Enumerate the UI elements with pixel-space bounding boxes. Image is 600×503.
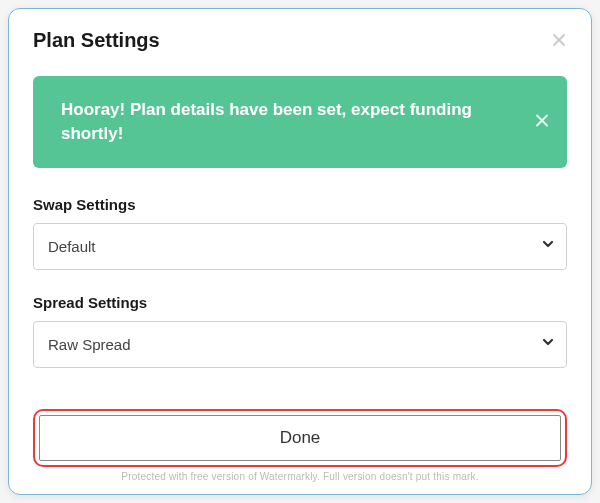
spread-settings-select-wrapper: Raw Spread (33, 321, 567, 368)
close-icon[interactable] (551, 31, 567, 51)
success-alert: Hooray! Plan details have been set, expe… (33, 76, 567, 168)
plan-settings-modal: Plan Settings Hooray! Plan details have … (8, 8, 592, 495)
swap-settings-label: Swap Settings (33, 196, 567, 213)
spread-settings-field: Spread Settings Raw Spread (33, 294, 567, 368)
modal-title: Plan Settings (33, 29, 160, 52)
swap-settings-select[interactable]: Default (33, 223, 567, 270)
modal-header: Plan Settings (33, 29, 567, 52)
swap-settings-select-wrapper: Default (33, 223, 567, 270)
spread-settings-label: Spread Settings (33, 294, 567, 311)
alert-close-icon[interactable] (535, 111, 549, 132)
done-button[interactable]: Done (39, 415, 561, 461)
swap-settings-field: Swap Settings Default (33, 196, 567, 270)
watermark-text: Protected with free version of Watermark… (33, 471, 567, 482)
spread-settings-select[interactable]: Raw Spread (33, 321, 567, 368)
done-highlight: Done (33, 409, 567, 467)
alert-message: Hooray! Plan details have been set, expe… (61, 98, 517, 146)
